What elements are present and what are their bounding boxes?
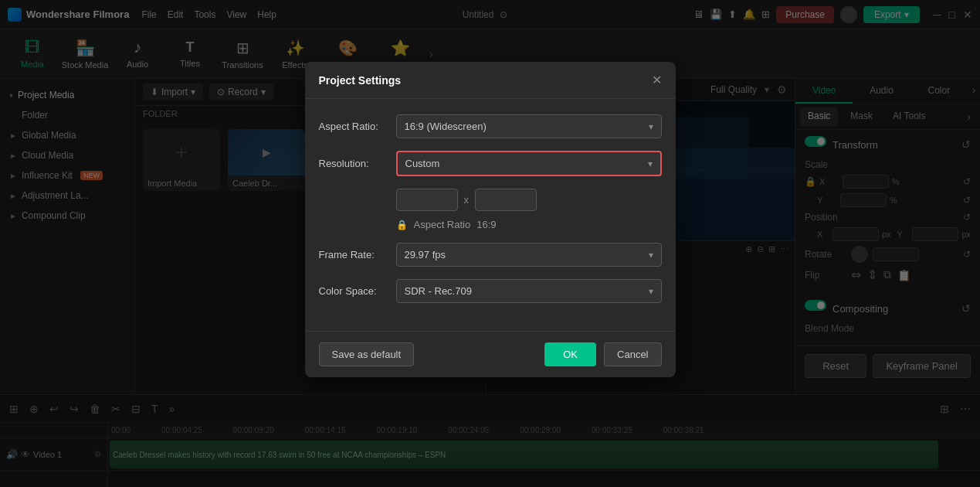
dialog-title: Project Settings — [319, 74, 402, 87]
frame-rate-row: Frame Rate: 29.97 fps ▾ — [319, 243, 662, 267]
ok-button[interactable]: OK — [544, 342, 596, 366]
aspect-ratio-row: Aspect Ratio: 16:9 (Widescreen) ▾ — [319, 114, 662, 138]
aspect-ratio-lock-row: 🔒 Aspect Ratio 16:9 — [396, 219, 662, 230]
color-space-value: SDR - Rec.709 — [405, 285, 472, 297]
color-space-label: Color Space: — [319, 285, 396, 297]
resolution-label: Resolution: — [319, 158, 396, 169]
color-space-row: Color Space: SDR - Rec.709 ▾ — [319, 279, 662, 303]
color-space-select[interactable]: SDR - Rec.709 ▾ — [396, 279, 662, 303]
aspect-ratio-key-value: 16:9 — [476, 219, 496, 230]
aspect-ratio-chevron-icon: ▾ — [649, 121, 653, 132]
aspect-ratio-label: Aspect Ratio: — [319, 121, 396, 132]
resolution-chevron-icon: ▾ — [648, 158, 653, 169]
dialog-overlay: Project Settings ✕ Aspect Ratio: 16:9 (W… — [0, 0, 980, 487]
dialog-header: Project Settings ✕ — [305, 62, 676, 99]
frame-rate-label: Frame Rate: — [319, 249, 396, 261]
dialog-footer-right: OK Cancel — [544, 342, 661, 366]
resolution-inputs: 640 x 360 — [396, 189, 662, 211]
project-settings-dialog: Project Settings ✕ Aspect Ratio: 16:9 (W… — [305, 62, 676, 377]
resolution-height-input[interactable]: 360 — [475, 189, 537, 211]
resolution-value: Custom — [405, 158, 440, 169]
cancel-button[interactable]: Cancel — [604, 342, 661, 366]
dialog-body: Aspect Ratio: 16:9 (Widescreen) ▾ Resolu… — [305, 99, 676, 331]
resolution-select[interactable]: Custom ▾ — [396, 151, 662, 176]
resolution-separator: x — [464, 194, 470, 206]
save-as-default-button[interactable]: Save as default — [319, 342, 415, 366]
dialog-footer: Save as default OK Cancel — [305, 331, 676, 377]
aspect-ratio-key-label: Aspect Ratio — [414, 219, 471, 230]
frame-rate-value: 29.97 fps — [405, 249, 446, 261]
aspect-ratio-value: 16:9 (Widescreen) — [405, 121, 487, 132]
frame-rate-select[interactable]: 29.97 fps ▾ — [396, 243, 662, 267]
color-space-chevron-icon: ▾ — [649, 286, 653, 297]
resolution-width-input[interactable]: 640 — [396, 189, 458, 211]
aspect-ratio-select[interactable]: 16:9 (Widescreen) ▾ — [396, 114, 662, 138]
resolution-row: Resolution: Custom ▾ — [319, 151, 662, 176]
dialog-close-button[interactable]: ✕ — [652, 73, 662, 87]
frame-rate-chevron-icon: ▾ — [649, 250, 653, 261]
lock-icon[interactable]: 🔒 — [396, 220, 408, 230]
